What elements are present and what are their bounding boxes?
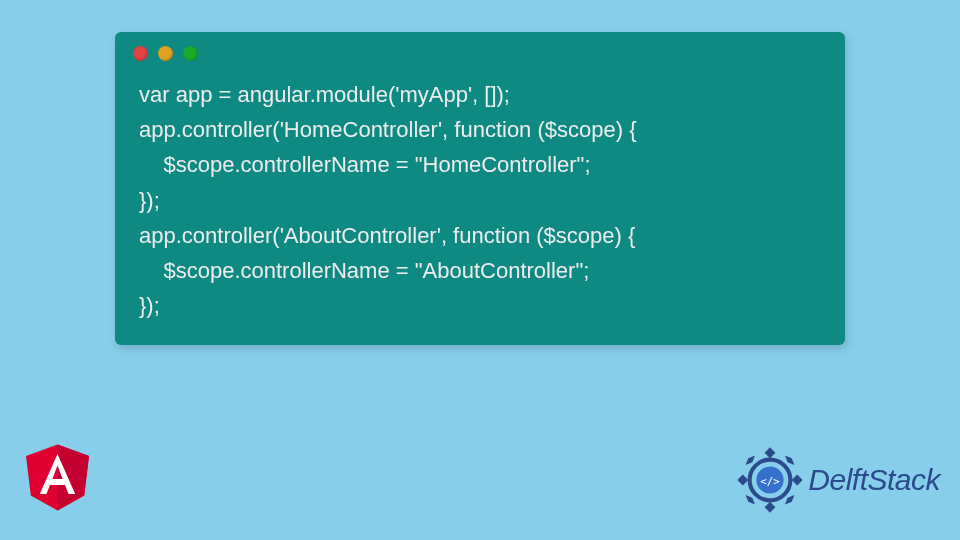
svg-marker-5 [792,475,803,486]
svg-marker-8 [746,495,756,505]
delftstack-logo: </> DelftStack [736,446,940,514]
angular-logo-icon [20,436,95,516]
svg-marker-2 [765,447,776,458]
code-window: var app = angular.module('myApp', []); a… [115,32,845,345]
delftstack-text: DelftStack [808,463,940,497]
svg-marker-4 [738,475,749,486]
code-content: var app = angular.module('myApp', []); a… [115,65,845,345]
window-traffic-lights [115,32,845,65]
svg-marker-3 [765,502,776,513]
delftstack-badge-icon: </> [736,446,804,514]
maximize-icon [183,46,198,61]
svg-marker-9 [785,495,795,505]
svg-text:</>: </> [760,475,780,488]
close-icon [133,46,148,61]
svg-marker-7 [785,456,795,466]
svg-marker-6 [746,456,756,466]
minimize-icon [158,46,173,61]
